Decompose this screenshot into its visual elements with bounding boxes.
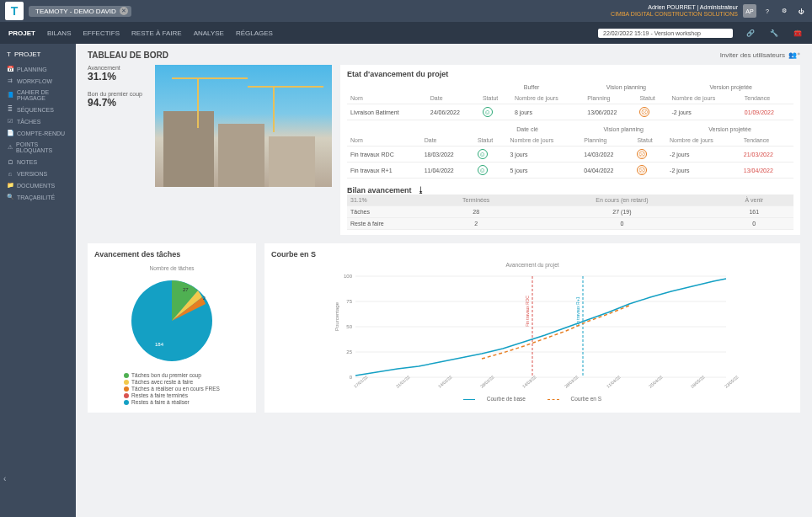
user-role: Administrateur xyxy=(700,4,738,10)
add-user-icon: 👥⁺ xyxy=(788,51,800,59)
settings-icon[interactable]: ⚙ xyxy=(778,5,790,17)
table-row: Reste à faire 2 0 0 xyxy=(347,218,793,230)
sidebar-item-label: PLANNING xyxy=(17,67,47,72)
svg-text:28/03/22: 28/03/22 xyxy=(564,375,580,389)
tab-effectifs[interactable]: EFFECTIFS xyxy=(83,29,120,37)
topbar: T TEAMOTY - DEMO DAVID ✕ Adrien POURRET … xyxy=(0,0,812,22)
bilan-table: 31.1% Terminées En cours (en retard) À v… xyxy=(347,195,793,230)
book-icon: 📘 xyxy=(7,92,13,99)
status-ok-icon: ☺ xyxy=(478,165,488,175)
etat-title: Etat d'avancement du projet xyxy=(347,70,793,78)
toolbox-icon[interactable]: 🧰 xyxy=(792,27,804,39)
curve-legend: Courbe de base Courbe en S xyxy=(271,396,793,402)
etat-table-1: Buffer Vision planning Version projetée … xyxy=(347,82,793,120)
col-nj: Nombre de jours xyxy=(511,93,584,104)
sidebar-item-label: TRAÇABILITÉ xyxy=(17,195,55,200)
sidebar-item-tracabilite[interactable]: 🔍TRAÇABILITÉ xyxy=(0,191,76,203)
status-warn-icon: ☹ xyxy=(639,107,649,117)
link-icon[interactable]: 🔗 xyxy=(745,27,756,39)
svg-text:50: 50 xyxy=(346,324,352,329)
kpi-value: 94.7% xyxy=(88,97,147,109)
svg-text:27: 27 xyxy=(183,287,189,292)
close-icon[interactable]: ✕ xyxy=(120,7,128,15)
svg-text:0: 0 xyxy=(350,375,353,380)
curve-title: Courbe en S xyxy=(271,250,793,258)
sidebar-item-notes[interactable]: 🗒NOTES xyxy=(0,156,76,168)
group-vision: Vision planning xyxy=(580,124,666,135)
svg-text:14/03/22: 14/03/22 xyxy=(521,375,537,389)
tab-reglages[interactable]: RÉGLAGES xyxy=(236,29,273,37)
pie-title: Avancement des tâches xyxy=(94,250,249,258)
sidebar-collapse-icon[interactable]: ‹ xyxy=(3,474,6,483)
svg-text:11/04/22: 11/04/22 xyxy=(606,375,622,389)
warning-icon: ⚠ xyxy=(7,144,13,151)
sidebar-item-label: WORKFLOW xyxy=(17,78,52,84)
bilan-pct: 31.1% xyxy=(347,195,423,206)
bilan-title: Bilan avancement xyxy=(347,186,412,195)
avatar[interactable]: AP xyxy=(743,4,756,18)
status-ok-icon: ☺ xyxy=(478,149,488,159)
group-projetee: Version projetée xyxy=(668,82,793,93)
user-info: Adrien POURRET | Administrateur CIMBA DI… xyxy=(611,4,738,17)
report-icon: 📄 xyxy=(7,130,13,136)
user-name: Adrien POURRET xyxy=(648,4,695,10)
help-icon[interactable]: ? xyxy=(761,5,773,17)
kpi-bon-premier-coup: Bon du premier coup 94.7% xyxy=(88,91,147,109)
sidebar-item-taches[interactable]: ☑TÂCHES xyxy=(0,115,76,127)
power-icon[interactable]: ⏻ xyxy=(795,5,807,17)
svg-text:2: 2 xyxy=(203,296,206,301)
tab-projet[interactable]: PROJET xyxy=(8,29,35,37)
app-logo[interactable]: T xyxy=(5,2,24,20)
tab-reste[interactable]: RESTE À FAIRE xyxy=(131,29,182,37)
table-row: Fin travaux RDC 18/03/2022 ☺ 3 jours 14/… xyxy=(347,147,793,163)
wrench-icon[interactable]: 🔧 xyxy=(768,27,780,39)
sidebar-item-label: DOCUMENTS xyxy=(17,183,55,189)
s-curve-chart: 0 25 50 75 100 Pourcentage Fin travaux R… xyxy=(271,268,793,394)
content-area: TABLEAU DE BORD Inviter des utilisateurs… xyxy=(76,44,812,517)
svg-text:31/01/22: 31/01/22 xyxy=(395,375,411,389)
version-selector[interactable]: 22/02/2022 15:19 - Version workshop xyxy=(598,29,733,38)
sidebar-item-compte-rendu[interactable]: 📄COMPTE-RENDU xyxy=(0,127,76,139)
group-projetee: Version projetée xyxy=(666,124,793,135)
svg-text:Fin travaux RDC: Fin travaux RDC xyxy=(525,296,530,327)
svg-text:184: 184 xyxy=(155,342,164,347)
download-icon[interactable]: ⭳ xyxy=(417,185,425,195)
sidebar-item-versions[interactable]: ⎌VERSIONS xyxy=(0,168,76,179)
sidebar-header: T PROJET xyxy=(0,49,76,63)
page-title: TABLEAU DE BORD xyxy=(88,51,168,60)
svg-text:14/02/22: 14/02/22 xyxy=(437,375,453,389)
svg-text:25: 25 xyxy=(346,349,352,354)
sidebar-title: PROJET xyxy=(14,51,41,58)
svg-text:75: 75 xyxy=(346,299,352,304)
workflow-icon: ⇉ xyxy=(7,77,13,84)
col-nom: Nom xyxy=(347,93,427,104)
col-nj2: Nombre de jours xyxy=(668,93,740,104)
svg-text:28/02/22: 28/02/22 xyxy=(479,375,495,389)
curve-card: Courbe en S Avancement du projet xyxy=(264,243,800,413)
sidebar-item-documents[interactable]: 📁DOCUMENTS xyxy=(0,179,76,191)
sidebar-item-points-bloquants[interactable]: ⚠POINTS BLOQUANTS xyxy=(0,139,76,156)
tab-bilans[interactable]: BILANS xyxy=(47,29,71,37)
sidebar-item-label: VERSIONS xyxy=(17,171,47,177)
kpi-label: Bon du premier coup xyxy=(88,91,147,97)
project-pill[interactable]: TEAMOTY - DEMO DAVID ✕ xyxy=(29,6,131,17)
project-icon: T xyxy=(7,51,11,58)
curve-subtitle: Avancement du projet xyxy=(271,262,793,268)
sidebar-item-planning[interactable]: 📅PLANNING xyxy=(0,63,76,75)
sidebar-item-label: CAHIER DE PHASAGE xyxy=(17,89,69,101)
sidebar-item-phasage[interactable]: 📘CAHIER DE PHASAGE xyxy=(0,87,76,104)
svg-text:Pourcentage: Pourcentage xyxy=(334,301,339,331)
sidebar-item-sequences[interactable]: ≣SÉQUENCES xyxy=(0,104,76,115)
sidebar-item-workflow[interactable]: ⇉WORKFLOW xyxy=(0,75,76,87)
col-tendance: Tendance xyxy=(741,93,793,104)
col-statut2: Statut xyxy=(636,93,668,104)
status-ok-icon: ☺ xyxy=(483,107,493,117)
invite-users-button[interactable]: Inviter des utilisateurs 👥⁺ xyxy=(720,51,800,59)
pie-chart: 27 2 184 xyxy=(126,274,218,367)
group-datecle: Date clé xyxy=(474,124,580,135)
svg-text:17/01/22: 17/01/22 xyxy=(353,375,369,389)
pie-card: Avancement des tâches Nombre de tâches 2… xyxy=(88,243,256,413)
sidebar-item-label: NOTES xyxy=(17,159,37,165)
sidebar-item-label: COMPTE-RENDU xyxy=(17,131,65,136)
tab-analyse[interactable]: ANALYSE xyxy=(194,29,224,37)
